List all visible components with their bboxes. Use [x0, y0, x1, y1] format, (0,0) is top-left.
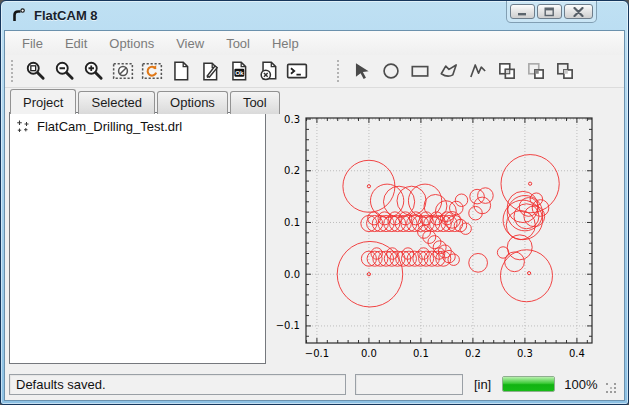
zoom-in-icon	[83, 60, 105, 82]
close-button[interactable]	[564, 4, 593, 19]
ok-file-icon: Ok	[228, 60, 250, 82]
subtract-tool-button[interactable]	[550, 58, 579, 85]
subtract-tool-icon	[554, 60, 576, 82]
project-tree-panel: FlatCam_Drilling_Test.drl	[9, 112, 266, 364]
new-file-icon	[170, 60, 192, 82]
plot-svg[interactable]: −0.10.00.10.20.30.4−0.10.00.10.20.3	[271, 95, 625, 359]
union-tool-icon	[496, 60, 518, 82]
clear-plot-icon	[112, 60, 134, 82]
add-circle-tool-button[interactable]	[376, 58, 405, 85]
plot-grid	[306, 118, 592, 343]
status-message-panel: Defaults saved.	[9, 374, 346, 395]
menu-tool[interactable]: Tool	[215, 32, 261, 55]
window-title: FlatCAM 8	[34, 8, 98, 23]
shell-icon	[286, 60, 308, 82]
plot-ticks	[306, 118, 592, 343]
statusbar: Defaults saved. [in] 100%	[5, 370, 624, 400]
menubar: File Edit Options View Tool Help	[5, 31, 624, 55]
menu-options[interactable]: Options	[98, 32, 165, 55]
minimize-button[interactable]	[510, 4, 535, 19]
add-rectangle-tool-button[interactable]	[405, 58, 434, 85]
titlebar[interactable]: FlatCAM 8	[1, 1, 628, 29]
cancel-edit-button[interactable]	[253, 58, 282, 85]
edit-file-icon	[199, 60, 221, 82]
tab-tool[interactable]: Tool	[230, 91, 280, 114]
intersection-tool-button[interactable]	[521, 58, 550, 85]
tree-item-drill-object[interactable]: FlatCam_Drilling_Test.drl	[13, 118, 262, 135]
svg-text:Ok: Ok	[235, 69, 244, 76]
circle-tool-icon	[380, 60, 402, 82]
svg-text:−0.1: −0.1	[276, 320, 300, 331]
edit-geometry-button[interactable]	[195, 58, 224, 85]
app-window: FlatCAM 8 File Edit Options View Tool He…	[0, 0, 629, 405]
tab-project[interactable]: Project	[10, 89, 76, 114]
clear-plot-button[interactable]	[108, 58, 137, 85]
resize-grip[interactable]	[606, 381, 618, 395]
svg-text:0.1: 0.1	[413, 348, 429, 359]
menu-edit[interactable]: Edit	[54, 32, 98, 55]
app-icon	[10, 7, 27, 24]
zoom-fit-icon	[25, 60, 47, 82]
replot-button[interactable]	[137, 58, 166, 85]
maximize-button[interactable]	[537, 4, 562, 19]
zoom-out-button[interactable]	[50, 58, 79, 85]
zoom-fit-button[interactable]	[21, 58, 50, 85]
rectangle-tool-icon	[409, 60, 431, 82]
status-secondary-panel	[355, 374, 463, 395]
main-content: Project Selected Options Tool FlatCam_Dr…	[5, 88, 624, 370]
cursor-arrow-icon	[351, 60, 373, 82]
svg-text:0.2: 0.2	[465, 348, 481, 359]
svg-text:−0.1: −0.1	[305, 348, 329, 359]
polygon-tool-icon	[438, 60, 460, 82]
svg-text:0.0: 0.0	[361, 348, 377, 359]
union-tool-button[interactable]	[492, 58, 521, 85]
menu-file[interactable]: File	[11, 32, 54, 55]
tree-item-label: FlatCam_Drilling_Test.drl	[37, 119, 182, 134]
svg-text:0.3: 0.3	[517, 348, 533, 359]
toolbar: Ok	[5, 55, 624, 88]
svg-text:0.3: 0.3	[284, 114, 300, 125]
toolbar-drag-handle[interactable]	[11, 60, 15, 82]
drill-object-icon	[16, 119, 31, 134]
progress-bar-fill	[503, 377, 554, 391]
svg-text:0.1: 0.1	[284, 217, 300, 228]
intersection-tool-icon	[525, 60, 547, 82]
path-tool-icon	[467, 60, 489, 82]
new-geometry-button[interactable]	[166, 58, 195, 85]
progress-percent-label: 100%	[564, 377, 597, 392]
update-geometry-ok-button[interactable]: Ok	[224, 58, 253, 85]
progress-bar	[502, 376, 555, 392]
zoom-out-icon	[54, 60, 76, 82]
shell-button[interactable]	[282, 58, 311, 85]
plot-frame	[306, 118, 592, 343]
tabbar: Project Selected Options Tool	[10, 89, 282, 114]
window-controls	[506, 1, 597, 23]
replot-icon	[141, 60, 163, 82]
plot-area: −0.10.00.10.20.30.4−0.10.00.10.20.3	[267, 88, 623, 369]
editor-toolbar-drag-handle[interactable]	[337, 60, 341, 82]
units-label: [in]	[474, 377, 491, 392]
menu-view[interactable]: View	[165, 32, 215, 55]
zoom-in-button[interactable]	[79, 58, 108, 85]
select-tool-button[interactable]	[347, 58, 376, 85]
tab-selected[interactable]: Selected	[78, 91, 155, 114]
svg-text:0.2: 0.2	[284, 165, 300, 176]
add-path-tool-button[interactable]	[463, 58, 492, 85]
svg-text:0.0: 0.0	[284, 269, 300, 280]
svg-text:0.4: 0.4	[569, 348, 585, 359]
add-polygon-tool-button[interactable]	[434, 58, 463, 85]
tab-options[interactable]: Options	[157, 91, 228, 114]
menu-help[interactable]: Help	[261, 32, 310, 55]
cancel-file-icon	[257, 60, 279, 82]
status-message: Defaults saved.	[16, 377, 106, 392]
plot-tick-labels: −0.10.00.10.20.30.4−0.10.00.10.20.3	[276, 114, 585, 359]
client-area: File Edit Options View Tool Help	[4, 30, 625, 401]
drill-circles	[337, 155, 559, 307]
